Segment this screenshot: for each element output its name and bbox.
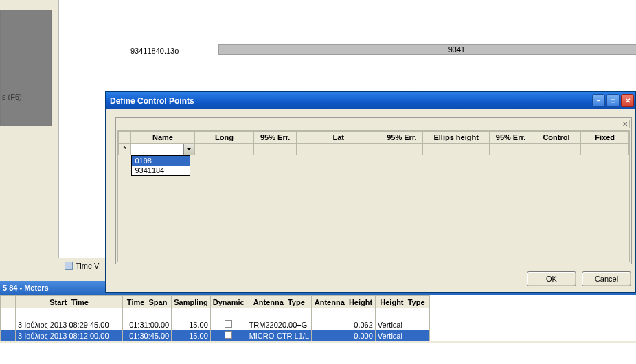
col-sampling[interactable]: Sampling xyxy=(172,296,211,308)
col-long[interactable]: Long xyxy=(194,132,254,144)
col-fixed[interactable]: Fixed xyxy=(581,132,629,144)
col-height-type[interactable]: Height_Type xyxy=(375,296,429,308)
col-dynamic[interactable]: Dynamic xyxy=(210,296,247,308)
row-indicator-new: * xyxy=(119,144,131,155)
new-row[interactable]: * 0198 9341184 xyxy=(119,144,629,155)
maximize-button[interactable]: □ xyxy=(606,94,620,107)
close-tab-icon[interactable]: ✕ xyxy=(620,120,630,128)
table-row[interactable]: 3 Ιούλιος 2013 08:12:00.00 01:30:45.00 1… xyxy=(1,330,430,341)
chevron-down-icon xyxy=(186,148,192,150)
dialog-buttons: OK Cancel xyxy=(527,271,631,286)
control-points-grid[interactable]: Name Long 95% Err. Lat 95% Err. Ellips h… xyxy=(117,130,630,262)
cell-samp: 15.00 xyxy=(172,330,211,341)
col-95err-3[interactable]: 95% Err. xyxy=(490,132,532,144)
col-antenna-height[interactable]: Antenna_Height xyxy=(312,296,376,308)
ok-button[interactable]: OK xyxy=(527,271,576,286)
dropdown-item[interactable]: 9341184 xyxy=(132,166,190,175)
col-name[interactable]: Name xyxy=(131,132,194,144)
side-label: s (F6) xyxy=(2,93,22,101)
observations-grid[interactable]: Start_Time Time_Span Sampling Dynamic An… xyxy=(0,295,636,341)
status-text: 5 84 - Meters xyxy=(3,284,49,292)
cancel-button[interactable]: Cancel xyxy=(582,271,631,286)
col-antenna-type[interactable]: Antenna_Type xyxy=(247,296,311,308)
tab-time-view-label: Time Vi xyxy=(76,262,101,270)
col-start-time[interactable]: Start_Time xyxy=(16,296,123,308)
grid-header-row: Name Long 95% Err. Lat 95% Err. Ellips h… xyxy=(119,132,629,144)
cell-span: 01:31:00.00 xyxy=(122,319,171,330)
side-panel: s (F6) xyxy=(0,0,58,282)
cell-ht: Vertical xyxy=(375,330,429,341)
cell-h: -0.062 xyxy=(312,319,376,330)
cell-h: 0.000 xyxy=(312,330,376,341)
col-lat[interactable]: Lat xyxy=(296,132,381,144)
col-95err-1[interactable]: 95% Err. xyxy=(254,132,296,144)
dialog-titlebar[interactable]: Define Control Points – □ ✕ xyxy=(106,92,635,109)
table-row[interactable] xyxy=(1,308,430,319)
cell-ht: Vertical xyxy=(375,319,429,330)
cell-start: 3 Ιούλιος 2013 08:12:00.00 xyxy=(16,330,123,341)
tab-time-view[interactable]: Time Vi xyxy=(60,258,106,271)
cell-start: 3 Ιούλιος 2013 08:29:45.00 xyxy=(16,319,123,330)
cell-ant: TRM22020.00+G xyxy=(247,319,311,330)
dropdown-button[interactable] xyxy=(183,144,194,155)
minimize-button[interactable]: – xyxy=(592,94,605,107)
side-grey-box xyxy=(0,10,52,126)
col-ellips-height[interactable]: Ellips height xyxy=(423,132,490,144)
gantt-bar-1[interactable]: 9341 xyxy=(218,44,636,55)
background: 93411840.13o 9341 019818 s (F6) Time Vi … xyxy=(0,0,636,364)
col-control[interactable]: Control xyxy=(532,132,581,144)
gantt-row-label-1: 93411840.13o xyxy=(130,47,179,55)
define-control-points-dialog: Define Control Points – □ ✕ ✕ Name xyxy=(105,91,636,293)
row-selector-header xyxy=(1,296,16,308)
name-dropdown-cell[interactable]: 0198 9341184 xyxy=(131,144,194,155)
cell-span: 01:30:45.00 xyxy=(122,330,171,341)
grid-empty-area xyxy=(0,343,636,364)
table-row[interactable]: 3 Ιούλιος 2013 08:29:45.00 01:31:00.00 1… xyxy=(1,319,430,330)
cell-ant: MICRO-CTR L1/L xyxy=(247,330,311,341)
dialog-body: ✕ Name Long 95% Err. Lat 95% Err. xyxy=(115,117,632,264)
dropdown-item[interactable]: 0198 xyxy=(132,156,190,166)
checkbox-dynamic[interactable] xyxy=(225,320,232,328)
dialog-title: Define Control Points xyxy=(110,96,194,106)
close-button[interactable]: ✕ xyxy=(621,94,634,107)
dropdown-list[interactable]: 0198 9341184 xyxy=(131,155,190,176)
grid-header-row: Start_Time Time_Span Sampling Dynamic An… xyxy=(1,296,430,308)
col-time-span[interactable]: Time_Span xyxy=(122,296,171,308)
col-95err-2[interactable]: 95% Err. xyxy=(381,132,422,144)
checkbox-dynamic[interactable] xyxy=(225,331,232,339)
time-view-icon xyxy=(65,262,73,270)
cell-samp: 15.00 xyxy=(172,319,211,330)
gantt-bar-1-label: 9341 xyxy=(448,45,465,54)
